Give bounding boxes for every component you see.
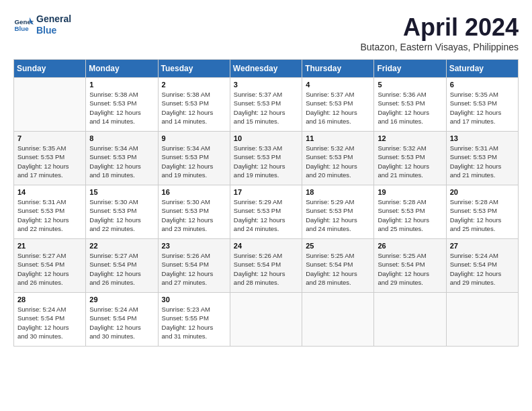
day-info: Sunrise: 5:36 AM Sunset: 5:53 PM Dayligh… — [378, 90, 442, 126]
day-number: 2 — [162, 81, 226, 89]
calendar-cell: 16Sunrise: 5:30 AM Sunset: 5:53 PM Dayli… — [158, 185, 230, 239]
subtitle: Butazon, Eastern Visayas, Philippines — [360, 42, 519, 52]
logo-line1: General — [36, 13, 71, 25]
day-info: Sunrise: 5:29 AM Sunset: 5:53 PM Dayligh… — [306, 197, 370, 233]
calendar-header-row: SundayMondayTuesdayWednesdayThursdayFrid… — [14, 60, 519, 78]
week-row-1: 1Sunrise: 5:38 AM Sunset: 5:53 PM Daylig… — [14, 78, 519, 132]
calendar-cell — [230, 293, 302, 347]
title-area: April 2024 Butazon, Eastern Visayas, Phi… — [360, 13, 519, 52]
day-info: Sunrise: 5:24 AM Sunset: 5:54 PM Dayligh… — [450, 251, 515, 287]
week-row-2: 7Sunrise: 5:35 AM Sunset: 5:53 PM Daylig… — [14, 132, 519, 185]
day-info: Sunrise: 5:27 AM Sunset: 5:54 PM Dayligh… — [17, 251, 82, 287]
day-number: 15 — [89, 188, 154, 196]
day-number: 11 — [306, 134, 370, 142]
day-info: Sunrise: 5:32 AM Sunset: 5:53 PM Dayligh… — [306, 144, 370, 179]
day-number: 19 — [378, 188, 442, 196]
calendar-cell: 25Sunrise: 5:25 AM Sunset: 5:54 PM Dayli… — [302, 239, 374, 293]
calendar-cell: 14Sunrise: 5:31 AM Sunset: 5:53 PM Dayli… — [14, 185, 86, 239]
calendar-cell: 18Sunrise: 5:29 AM Sunset: 5:53 PM Dayli… — [302, 185, 374, 239]
calendar-body: 1Sunrise: 5:38 AM Sunset: 5:53 PM Daylig… — [14, 78, 519, 347]
day-info: Sunrise: 5:27 AM Sunset: 5:54 PM Dayligh… — [89, 251, 154, 287]
day-number: 29 — [89, 295, 154, 304]
day-number: 20 — [450, 188, 515, 196]
logo: General Blue General Blue — [13, 13, 71, 36]
day-number: 3 — [234, 81, 298, 89]
day-info: Sunrise: 5:38 AM Sunset: 5:53 PM Dayligh… — [162, 90, 226, 126]
day-info: Sunrise: 5:37 AM Sunset: 5:53 PM Dayligh… — [234, 90, 298, 126]
calendar-cell: 17Sunrise: 5:29 AM Sunset: 5:53 PM Dayli… — [230, 185, 302, 239]
calendar-cell: 7Sunrise: 5:35 AM Sunset: 5:53 PM Daylig… — [14, 132, 86, 185]
svg-text:Blue: Blue — [15, 25, 30, 32]
day-number: 10 — [234, 134, 298, 142]
day-info: Sunrise: 5:35 AM Sunset: 5:53 PM Dayligh… — [17, 144, 82, 179]
header-saturday: Saturday — [446, 60, 518, 78]
day-info: Sunrise: 5:34 AM Sunset: 5:53 PM Dayligh… — [162, 144, 226, 179]
day-info: Sunrise: 5:26 AM Sunset: 5:54 PM Dayligh… — [234, 251, 298, 287]
day-number: 21 — [17, 242, 82, 250]
calendar-cell: 12Sunrise: 5:32 AM Sunset: 5:53 PM Dayli… — [374, 132, 446, 185]
day-number: 23 — [162, 242, 226, 250]
calendar-cell: 26Sunrise: 5:25 AM Sunset: 5:54 PM Dayli… — [374, 239, 446, 293]
calendar-cell: 22Sunrise: 5:27 AM Sunset: 5:54 PM Dayli… — [86, 239, 158, 293]
calendar-cell: 15Sunrise: 5:30 AM Sunset: 5:53 PM Dayli… — [86, 185, 158, 239]
day-info: Sunrise: 5:24 AM Sunset: 5:54 PM Dayligh… — [17, 305, 82, 340]
day-info: Sunrise: 5:24 AM Sunset: 5:54 PM Dayligh… — [89, 305, 154, 340]
day-info: Sunrise: 5:28 AM Sunset: 5:53 PM Dayligh… — [378, 197, 442, 233]
day-number: 5 — [378, 81, 442, 89]
day-number: 8 — [89, 134, 154, 142]
day-number: 30 — [162, 295, 226, 304]
header: General Blue General Blue April 2024 But… — [13, 13, 519, 52]
day-number: 24 — [234, 242, 298, 250]
calendar-cell: 19Sunrise: 5:28 AM Sunset: 5:53 PM Dayli… — [374, 185, 446, 239]
calendar-cell: 2Sunrise: 5:38 AM Sunset: 5:53 PM Daylig… — [158, 78, 230, 132]
month-title: April 2024 — [360, 13, 519, 42]
day-number: 18 — [306, 188, 370, 196]
header-tuesday: Tuesday — [158, 60, 230, 78]
calendar-cell — [446, 293, 518, 347]
calendar-cell: 8Sunrise: 5:34 AM Sunset: 5:53 PM Daylig… — [86, 132, 158, 185]
day-info: Sunrise: 5:34 AM Sunset: 5:53 PM Dayligh… — [89, 144, 154, 179]
day-number: 28 — [17, 295, 82, 304]
calendar-cell: 30Sunrise: 5:23 AM Sunset: 5:55 PM Dayli… — [158, 293, 230, 347]
day-info: Sunrise: 5:25 AM Sunset: 5:54 PM Dayligh… — [306, 251, 370, 287]
calendar-cell: 10Sunrise: 5:33 AM Sunset: 5:53 PM Dayli… — [230, 132, 302, 185]
calendar-table: SundayMondayTuesdayWednesdayThursdayFrid… — [13, 59, 519, 347]
header-sunday: Sunday — [14, 60, 86, 78]
day-number: 4 — [306, 81, 370, 89]
week-row-4: 21Sunrise: 5:27 AM Sunset: 5:54 PM Dayli… — [14, 239, 519, 293]
day-number: 25 — [306, 242, 370, 250]
header-wednesday: Wednesday — [230, 60, 302, 78]
day-info: Sunrise: 5:26 AM Sunset: 5:54 PM Dayligh… — [162, 251, 226, 287]
calendar-cell: 4Sunrise: 5:37 AM Sunset: 5:53 PM Daylig… — [302, 78, 374, 132]
day-info: Sunrise: 5:23 AM Sunset: 5:55 PM Dayligh… — [162, 305, 226, 340]
logo-icon: General Blue — [13, 15, 34, 35]
day-number: 7 — [17, 134, 82, 142]
day-number: 26 — [378, 242, 442, 250]
calendar-cell: 3Sunrise: 5:37 AM Sunset: 5:53 PM Daylig… — [230, 78, 302, 132]
calendar-cell: 9Sunrise: 5:34 AM Sunset: 5:53 PM Daylig… — [158, 132, 230, 185]
day-info: Sunrise: 5:28 AM Sunset: 5:53 PM Dayligh… — [450, 197, 515, 233]
calendar-cell: 11Sunrise: 5:32 AM Sunset: 5:53 PM Dayli… — [302, 132, 374, 185]
day-number: 13 — [450, 134, 515, 142]
calendar-cell: 24Sunrise: 5:26 AM Sunset: 5:54 PM Dayli… — [230, 239, 302, 293]
calendar-cell — [14, 78, 86, 132]
day-info: Sunrise: 5:38 AM Sunset: 5:53 PM Dayligh… — [89, 90, 154, 126]
calendar-cell — [374, 293, 446, 347]
calendar-cell: 13Sunrise: 5:31 AM Sunset: 5:53 PM Dayli… — [446, 132, 518, 185]
day-info: Sunrise: 5:31 AM Sunset: 5:53 PM Dayligh… — [450, 144, 515, 179]
day-number: 16 — [162, 188, 226, 196]
calendar-cell: 6Sunrise: 5:35 AM Sunset: 5:53 PM Daylig… — [446, 78, 518, 132]
header-thursday: Thursday — [302, 60, 374, 78]
day-info: Sunrise: 5:29 AM Sunset: 5:53 PM Dayligh… — [234, 197, 298, 233]
logo-line2: Blue — [36, 25, 71, 36]
day-info: Sunrise: 5:31 AM Sunset: 5:53 PM Dayligh… — [17, 197, 82, 233]
day-number: 27 — [450, 242, 515, 250]
calendar-cell: 29Sunrise: 5:24 AM Sunset: 5:54 PM Dayli… — [86, 293, 158, 347]
day-number: 17 — [234, 188, 298, 196]
day-info: Sunrise: 5:35 AM Sunset: 5:53 PM Dayligh… — [450, 90, 515, 126]
calendar-cell: 28Sunrise: 5:24 AM Sunset: 5:54 PM Dayli… — [14, 293, 86, 347]
day-info: Sunrise: 5:37 AM Sunset: 5:53 PM Dayligh… — [306, 90, 370, 126]
calendar-cell: 5Sunrise: 5:36 AM Sunset: 5:53 PM Daylig… — [374, 78, 446, 132]
day-number: 6 — [450, 81, 515, 89]
calendar-cell: 21Sunrise: 5:27 AM Sunset: 5:54 PM Dayli… — [14, 239, 86, 293]
